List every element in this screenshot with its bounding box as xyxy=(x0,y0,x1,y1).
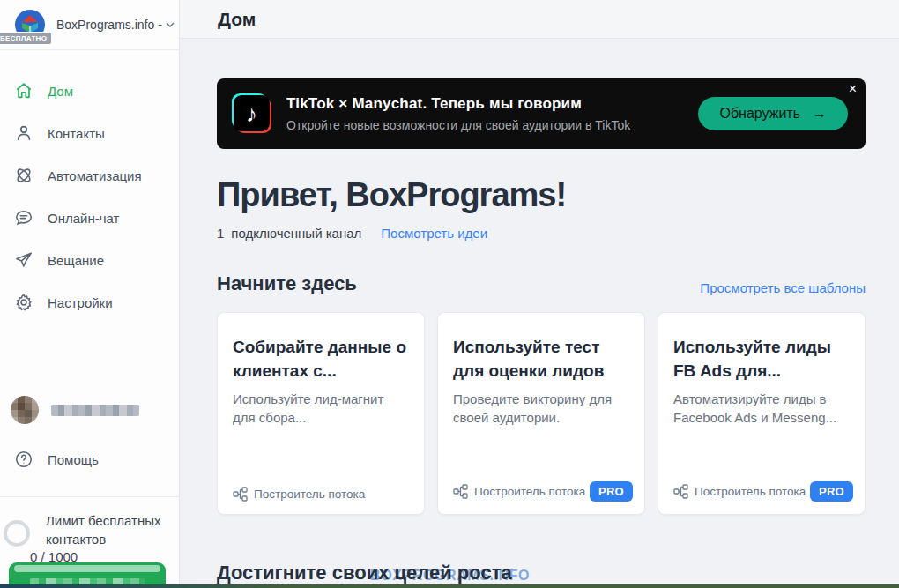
sidebar-item-label: Настройки xyxy=(48,295,113,310)
workspace-switcher[interactable]: БЕСПЛАТНО BoxPrograms.info - xyxy=(0,0,179,50)
sidebar-item-contacts[interactable]: Контакты xyxy=(0,112,179,154)
channel-status-row: 1 подключенный канал Посмотреть идеи xyxy=(217,226,866,241)
sidebar-item-label: Контакты xyxy=(48,126,105,141)
start-here-header: Начните здесь Просмотреть все шаблоны xyxy=(217,272,866,295)
card-footer: Построитель потока PRO xyxy=(673,481,853,502)
sidebar-item-help[interactable]: Помощь xyxy=(0,438,179,480)
person-icon xyxy=(13,123,34,144)
section-title: Начните здесь xyxy=(217,272,357,295)
template-card-fb-ads[interactable]: Используйте лиды FB Ads для... Автоматиз… xyxy=(658,312,866,515)
tiktok-logo-icon: ♪ xyxy=(232,93,272,134)
banner-subtitle: Откройте новые возможности для своей ауд… xyxy=(286,118,698,132)
close-icon[interactable]: × xyxy=(849,82,857,96)
tiktok-promo-banner[interactable]: × ♪ TikTok × Manychat. Теперь мы говорим… xyxy=(217,78,866,149)
flow-builder-icon xyxy=(453,484,468,499)
sidebar-item-settings[interactable]: Настройки xyxy=(0,281,179,324)
template-card-quiz[interactable]: Используйте тест для оценки лидов Провед… xyxy=(437,312,645,515)
page-title: Дом xyxy=(218,9,256,30)
help-icon xyxy=(13,449,34,470)
free-plan-badge: БЕСПЛАТНО xyxy=(0,32,52,45)
workspace-logo: БЕСПЛАТНО xyxy=(14,9,46,41)
flow-builder-icon xyxy=(233,487,248,502)
limit-label: Лимит бесплатных контактов xyxy=(46,511,174,548)
profile-row[interactable] xyxy=(0,394,179,426)
growth-section-title: Достигните своих целей роста xyxy=(217,562,866,584)
flow-builder-icon xyxy=(673,484,688,499)
card-footer-label: Построитель потока xyxy=(695,485,810,498)
chat-icon xyxy=(13,207,34,228)
banner-title: TikTok × Manychat. Теперь мы говорим xyxy=(286,95,698,113)
pro-badge: PRO xyxy=(810,481,853,502)
sidebar-item-livechat[interactable]: Онлайн-чат xyxy=(0,197,179,239)
template-cards: Собирайте данные о клиентах с... Использ… xyxy=(217,312,866,515)
profile-name-redacted xyxy=(51,405,139,416)
limit-progress-ring xyxy=(4,520,30,547)
gear-icon xyxy=(13,292,34,313)
card-description: Проведите викторину для своей аудитории. xyxy=(453,390,629,427)
paper-plane-icon xyxy=(13,249,34,271)
avatar xyxy=(11,396,39,424)
sidebar-item-label: Вещание xyxy=(48,253,104,268)
pro-badge: PRO xyxy=(590,481,633,502)
card-title: Собирайте данные о клиентах с... xyxy=(233,335,409,383)
sidebar-item-automation[interactable]: Автоматизация xyxy=(0,154,179,197)
channel-label: подключенный канал xyxy=(231,226,361,241)
arrow-right-icon: → xyxy=(813,106,827,122)
bottom-edge-strip xyxy=(0,584,899,588)
home-icon xyxy=(13,80,34,101)
sidebar-item-home[interactable]: Дом xyxy=(0,70,179,112)
sidebar-item-label: Автоматизация xyxy=(48,168,142,183)
chevron-down-icon xyxy=(166,22,175,28)
sidebar-item-label: Помощь xyxy=(48,452,99,467)
sidebar: БЕСПЛАТНО BoxPrograms.info - Дом Кон xyxy=(0,0,180,588)
card-footer: Построитель потока PRO xyxy=(453,481,633,502)
sidebar-item-label: Дом xyxy=(48,84,73,99)
card-title: Используйте лиды FB Ads для... xyxy=(673,335,850,383)
view-ideas-link[interactable]: Посмотреть идеи xyxy=(381,226,487,241)
discover-button[interactable]: Обнаружить→ xyxy=(698,97,848,130)
automation-icon xyxy=(13,165,34,186)
workspace-name: BoxPrograms.info - xyxy=(56,18,162,32)
view-all-templates-link[interactable]: Просмотреть все шаблоны xyxy=(700,280,866,295)
card-footer: Построитель потока xyxy=(233,487,412,502)
card-description: Используйте лид-магнит для сбора... xyxy=(233,390,409,427)
upgrade-button-highlight xyxy=(14,565,160,572)
sidebar-item-label: Онлайн-чат xyxy=(48,211,119,226)
channel-count: 1 xyxy=(217,226,224,241)
main-area: Дом × ♪ TikTok × Manychat. Теперь мы гов… xyxy=(180,0,899,588)
card-footer-label: Построитель потока xyxy=(254,488,412,501)
page-content: × ♪ TikTok × Manychat. Теперь мы говорим… xyxy=(180,39,899,588)
sidebar-divider xyxy=(0,496,179,497)
sidebar-item-broadcasting[interactable]: Вещание xyxy=(0,239,179,281)
card-footer-label: Построитель потока xyxy=(474,485,590,498)
page-header: Дом xyxy=(180,0,899,39)
template-card-lead-magnet[interactable]: Собирайте данные о клиентах с... Использ… xyxy=(217,312,425,515)
greeting-heading: Привет, BoxPrograms! xyxy=(217,176,866,214)
card-description: Автоматизируйте лиды в Facebook Ads и Me… xyxy=(673,390,850,427)
card-title: Используйте тест для оценки лидов xyxy=(453,335,629,383)
app-window: БЕСПЛАТНО BoxPrograms.info - Дом Кон xyxy=(0,0,899,588)
contacts-limit: Лимит бесплатных контактов 0 / 1000 xyxy=(0,511,179,564)
sidebar-nav: Дом Контакты Автоматизация Онлайн-чат xyxy=(0,50,179,324)
